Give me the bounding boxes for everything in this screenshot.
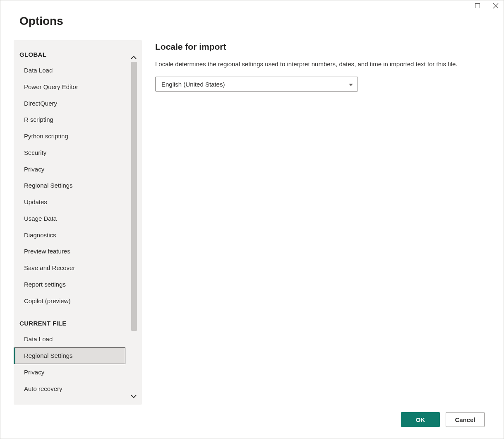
sidebar-item-cf-privacy[interactable]: Privacy xyxy=(14,364,125,381)
options-dialog: Options GLOBAL Data Load Power Query Edi… xyxy=(0,0,504,439)
section-header-global: GLOBAL xyxy=(14,49,142,62)
sidebar-item-security[interactable]: Security xyxy=(14,145,125,161)
chevron-up-icon xyxy=(130,54,137,61)
sidebar-item-cf-data-load[interactable]: Data Load xyxy=(14,331,125,347)
sidebar-item-privacy[interactable]: Privacy xyxy=(14,161,125,178)
locale-select[interactable]: English (United States) xyxy=(155,77,358,92)
close-icon xyxy=(493,3,499,9)
scroll-down-button[interactable] xyxy=(129,391,139,401)
sidebar-scroll-area: GLOBAL Data Load Power Query Editor Dire… xyxy=(14,49,142,405)
dialog-footer: OK Cancel xyxy=(0,405,504,439)
sidebar-item-cf-regional-settings[interactable]: Regional Settings xyxy=(14,347,125,364)
maximize-icon xyxy=(475,3,480,8)
options-sidebar: GLOBAL Data Load Power Query Editor Dire… xyxy=(14,40,142,405)
content-panel: Locale for import Locale determines the … xyxy=(155,40,485,405)
scroll-up-button[interactable] xyxy=(129,53,139,63)
locale-select-wrap: English (United States) xyxy=(155,77,358,92)
sidebar-item-directquery[interactable]: DirectQuery xyxy=(14,95,125,112)
close-button[interactable] xyxy=(493,3,499,9)
svg-rect-0 xyxy=(475,4,480,8)
sidebar-item-updates[interactable]: Updates xyxy=(14,194,125,210)
sidebar-item-preview-features[interactable]: Preview features xyxy=(14,243,125,260)
sidebar-item-copilot-preview[interactable]: Copilot (preview) xyxy=(14,293,125,309)
sidebar-item-usage-data[interactable]: Usage Data xyxy=(14,210,125,227)
sidebar-section-global: GLOBAL Data Load Power Query Editor Dire… xyxy=(14,49,142,309)
section-header-current-file: CURRENT FILE xyxy=(14,318,142,331)
sidebar-item-regional-settings[interactable]: Regional Settings xyxy=(14,177,125,194)
sidebar-item-python-scripting[interactable]: Python scripting xyxy=(14,128,125,145)
sidebar-item-save-recover[interactable]: Save and Recover xyxy=(14,260,125,276)
sidebar-item-power-query-editor[interactable]: Power Query Editor xyxy=(14,79,125,95)
sidebar-item-r-scripting[interactable]: R scripting xyxy=(14,111,125,128)
sidebar-item-cf-auto-recovery[interactable]: Auto recovery xyxy=(14,381,125,397)
ok-button[interactable]: OK xyxy=(401,412,440,427)
locale-select-value: English (United States) xyxy=(161,81,225,88)
sidebar-section-current-file: CURRENT FILE Data Load Regional Settings… xyxy=(14,318,142,397)
cancel-button[interactable]: Cancel xyxy=(446,412,485,427)
content-description: Locale determines the regional settings … xyxy=(155,59,485,69)
content-heading: Locale for import xyxy=(155,42,485,52)
dialog-body: GLOBAL Data Load Power Query Editor Dire… xyxy=(0,28,504,405)
chevron-down-icon xyxy=(130,393,137,400)
dialog-title: Options xyxy=(0,0,504,28)
sidebar-item-data-load[interactable]: Data Load xyxy=(14,62,125,79)
sidebar-item-diagnostics[interactable]: Diagnostics xyxy=(14,227,125,244)
titlebar-controls xyxy=(475,3,499,9)
sidebar-item-report-settings[interactable]: Report settings xyxy=(14,276,125,293)
scrollbar-thumb[interactable] xyxy=(131,62,137,331)
maximize-button[interactable] xyxy=(475,3,480,9)
